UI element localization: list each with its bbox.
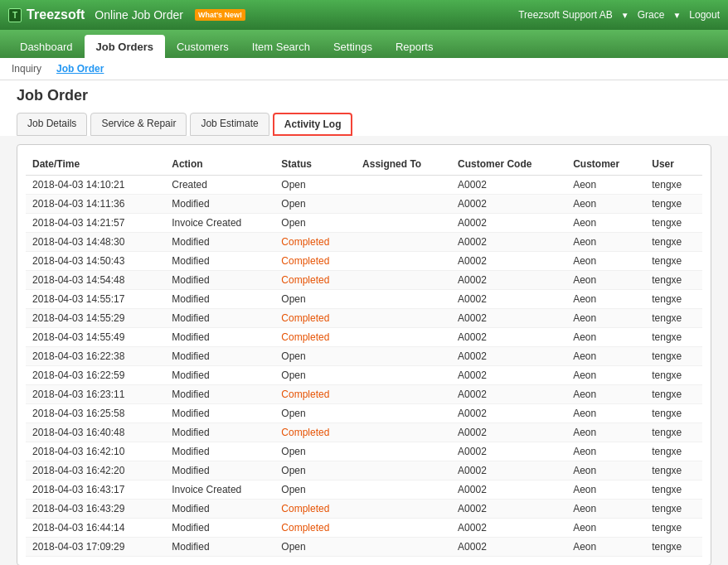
table-row: 2018-04-03 14:55:29 Modified Completed A… <box>26 309 702 328</box>
cell-status: Open <box>274 347 356 366</box>
cell-action: Modified <box>165 252 274 271</box>
cell-assigned <box>356 214 451 233</box>
cell-code: A0002 <box>451 214 566 233</box>
cell-customer: Aeon <box>566 214 645 233</box>
table-row: 2018-04-03 14:48:30 Modified Completed A… <box>26 233 702 252</box>
app-header: T Treezsoft Online Job Order What's New!… <box>0 0 728 30</box>
page-title: Job Order <box>0 80 728 108</box>
cell-action: Invoice Created <box>165 480 274 500</box>
table-row: 2018-04-03 14:54:48 Modified Completed A… <box>26 271 702 290</box>
table-row: 2018-04-03 16:44:14 Modified Completed A… <box>26 519 702 538</box>
col-action: Action <box>165 153 274 176</box>
cell-assigned <box>356 519 451 538</box>
cell-action: Created <box>165 176 274 195</box>
cell-user: tengxe <box>645 309 702 328</box>
cell-assigned <box>356 442 451 461</box>
cell-assigned <box>356 500 451 519</box>
cell-action: Modified <box>165 538 274 557</box>
support-dropdown-icon[interactable]: ▼ <box>621 11 629 20</box>
table-row: 2018-04-03 16:22:59 Modified Open A0002 … <box>26 366 702 385</box>
cell-code: A0002 <box>451 480 566 500</box>
cell-datetime: 2018-04-03 14:54:48 <box>26 271 165 290</box>
logout-button[interactable]: Logout <box>689 9 720 21</box>
cell-customer: Aeon <box>566 423 645 442</box>
logo-area: T Treezsoft Online Job Order What's New! <box>8 7 245 22</box>
cell-assigned <box>356 176 451 195</box>
cell-status: Completed <box>274 233 356 252</box>
cell-user: tengxe <box>645 404 702 423</box>
cell-customer: Aeon <box>566 538 645 557</box>
cell-customer: Aeon <box>566 233 645 252</box>
tab-activity-log[interactable]: Activity Log <box>273 113 353 136</box>
cell-code: A0002 <box>451 461 566 480</box>
table-header-row: Date/Time Action Status Assigned To Cust… <box>26 153 702 176</box>
cell-datetime: 2018-04-03 14:55:49 <box>26 328 165 347</box>
cell-datetime: 2018-04-03 14:11:36 <box>26 195 165 214</box>
nav-customers[interactable]: Customers <box>165 35 240 58</box>
user-label[interactable]: Grace <box>638 9 665 21</box>
table-row: 2018-04-03 16:23:11 Modified Completed A… <box>26 385 702 404</box>
cell-action: Modified <box>165 366 274 385</box>
cell-action: Modified <box>165 309 274 328</box>
cell-code: A0002 <box>451 233 566 252</box>
cell-customer: Aeon <box>566 442 645 461</box>
cell-action: Modified <box>165 233 274 252</box>
cell-customer: Aeon <box>566 252 645 271</box>
support-label[interactable]: Treezsoft Support AB <box>518 9 613 21</box>
cell-code: A0002 <box>451 404 566 423</box>
table-row: 2018-04-03 16:40:48 Modified Completed A… <box>26 423 702 442</box>
cell-action: Modified <box>165 290 274 309</box>
sub-nav-job-order[interactable]: Job Order <box>53 61 107 76</box>
cell-assigned <box>356 366 451 385</box>
cell-user: tengxe <box>645 233 702 252</box>
cell-user: tengxe <box>645 442 702 461</box>
cell-code: A0002 <box>451 519 566 538</box>
cell-datetime: 2018-04-03 16:22:38 <box>26 347 165 366</box>
app-title: Online Job Order <box>95 8 183 22</box>
user-dropdown-icon[interactable]: ▼ <box>672 11 681 20</box>
col-assigned: Assigned To <box>356 153 451 176</box>
content-box: Date/Time Action Status Assigned To Cust… <box>17 144 711 565</box>
logo-text: Treezsoft <box>27 7 85 22</box>
tab-job-details[interactable]: Job Details <box>17 113 87 136</box>
cell-user: tengxe <box>645 176 702 195</box>
nav-dashboard[interactable]: Dashboard <box>8 35 85 58</box>
cell-assigned <box>356 461 451 480</box>
cell-datetime: 2018-04-03 16:23:11 <box>26 385 165 404</box>
sub-nav-inquiry[interactable]: Inquiry <box>8 61 45 76</box>
cell-assigned <box>356 309 451 328</box>
table-row: 2018-04-03 14:55:17 Modified Open A0002 … <box>26 290 702 309</box>
cell-assigned <box>356 404 451 423</box>
nav-settings[interactable]: Settings <box>322 35 384 58</box>
cell-assigned <box>356 347 451 366</box>
cell-action: Modified <box>165 519 274 538</box>
cell-assigned <box>356 480 451 500</box>
cell-user: tengxe <box>645 423 702 442</box>
nav-item-search[interactable]: Item Search <box>240 35 322 58</box>
whats-new-badge[interactable]: What's New! <box>195 9 245 22</box>
table-row: 2018-04-03 14:21:57 Invoice Created Open… <box>26 214 702 233</box>
cell-customer: Aeon <box>566 461 645 480</box>
sub-nav: Inquiry Job Order <box>0 58 728 80</box>
table-row: 2018-04-03 14:55:49 Modified Completed A… <box>26 328 702 347</box>
col-customer: Customer <box>566 153 645 176</box>
cell-status: Open <box>274 290 356 309</box>
cell-status: Open <box>274 538 356 557</box>
tab-job-estimate[interactable]: Job Estimate <box>190 113 269 136</box>
nav-reports[interactable]: Reports <box>384 35 445 58</box>
tab-service-repair[interactable]: Service & Repair <box>90 113 187 136</box>
cell-assigned <box>356 290 451 309</box>
cell-assigned <box>356 538 451 557</box>
cell-code: A0002 <box>451 290 566 309</box>
cell-code: A0002 <box>451 538 566 557</box>
cell-assigned <box>356 328 451 347</box>
cell-assigned <box>356 423 451 442</box>
cell-customer: Aeon <box>566 347 645 366</box>
main-nav: Dashboard Job Orders Customers Item Sear… <box>0 30 728 58</box>
cell-datetime: 2018-04-03 14:21:57 <box>26 214 165 233</box>
table-row: 2018-04-03 17:09:29 Modified Open A0002 … <box>26 538 702 557</box>
nav-job-orders[interactable]: Job Orders <box>85 35 165 58</box>
table-row: 2018-04-03 16:43:29 Modified Completed A… <box>26 500 702 519</box>
activity-log-table: Date/Time Action Status Assigned To Cust… <box>26 153 702 557</box>
cell-status: Open <box>274 366 356 385</box>
